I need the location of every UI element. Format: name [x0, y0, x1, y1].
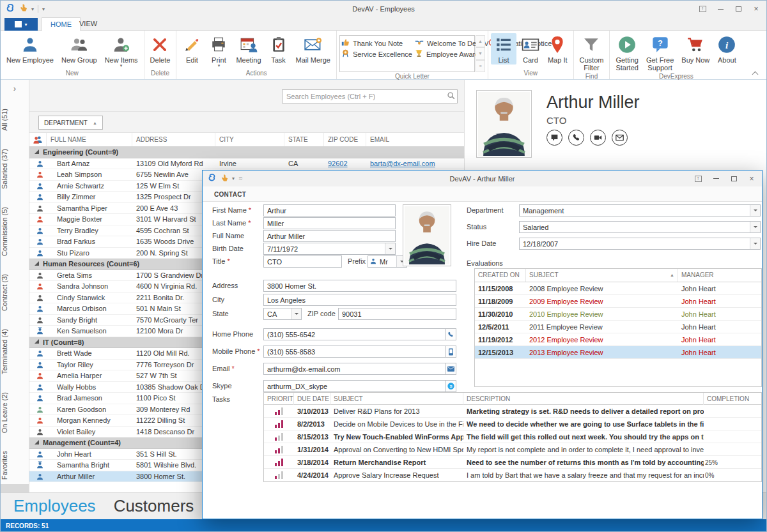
call-icon[interactable] [568, 130, 584, 146]
task-row[interactable]: 8/15/2013Try New Touch-Enabled WinForms … [264, 430, 761, 443]
new-items-button[interactable]: New Items ▾ [102, 33, 141, 68]
evaluation-row[interactable]: 11/30/20102010 Employee ReviewJohn Heart [475, 308, 761, 321]
module-customers[interactable]: Customers [114, 496, 194, 516]
email-icon[interactable] [612, 130, 628, 146]
search-icon[interactable] [444, 91, 457, 102]
chat-icon[interactable] [546, 130, 562, 146]
quick-access-customize-icon[interactable]: ▾ [42, 6, 45, 12]
gallery-down-button[interactable]: ▼ [476, 47, 485, 59]
row-icon-column-header[interactable] [29, 133, 47, 146]
email-input[interactable] [263, 363, 445, 375]
title-input[interactable] [263, 255, 342, 268]
task-col-priority[interactable]: PRIORITY [264, 393, 294, 405]
nav-grip[interactable] [1, 484, 29, 492]
zip-link[interactable]: 92602 [328, 160, 348, 167]
evaluation-row[interactable]: 11/18/20092009 Employee ReviewJohn Heart [475, 295, 761, 308]
close-button[interactable]: × [743, 172, 761, 186]
buy-now-button[interactable]: Buy Now [678, 33, 713, 65]
mobile-phone-icon[interactable] [445, 346, 456, 358]
tab-view[interactable]: VIEW [71, 17, 105, 31]
video-icon[interactable] [590, 130, 606, 146]
maximize-button[interactable] [729, 2, 747, 16]
prefix-combo[interactable]: Mr [368, 255, 407, 268]
quick-letter-item[interactable]: Service Excellence [341, 49, 415, 59]
print-button[interactable]: Print ▾ [206, 33, 231, 68]
task-col-subject[interactable]: SUBJECT [330, 393, 463, 405]
column-header-full-name[interactable]: FULL NAME [47, 133, 132, 146]
mobile-phone-input[interactable] [263, 346, 445, 358]
module-employees[interactable]: Employees [13, 496, 96, 516]
quick-access-customize-icon[interactable]: ≂ [238, 176, 243, 181]
task-row[interactable]: 3/10/2013Deliver R&D Plans for 2013Marke… [264, 405, 761, 418]
department-combo[interactable]: Management [519, 204, 761, 217]
collapse-ribbon-icon[interactable] [752, 70, 759, 77]
quick-letter-item[interactable]: Thank You Note [341, 38, 415, 49]
ribbon-options-button[interactable]: ↑ [693, 2, 711, 16]
address-input[interactable] [263, 280, 456, 292]
skype-icon[interactable]: S [445, 380, 456, 392]
touch-mode-icon[interactable] [221, 173, 228, 185]
chevron-down-icon[interactable] [750, 238, 760, 249]
ribbon-options-button[interactable]: ↑ [689, 172, 707, 186]
mail-merge-button[interactable]: Mail Merge [293, 33, 334, 65]
task-row[interactable]: 8/2/2013Decide on Mobile Devices to Use … [264, 418, 761, 430]
chevron-down-icon[interactable]: ▾ [31, 6, 34, 12]
nav-tab-salaried-37[interactable]: Salaried (37) [1, 140, 29, 198]
evaluation-row[interactable]: 11/15/20082008 Employee ReviewJohn Heart [475, 282, 761, 295]
search-input[interactable] [283, 93, 444, 100]
about-button[interactable]: i About [714, 33, 740, 65]
chevron-down-icon[interactable] [750, 205, 760, 216]
meeting-button[interactable]: Meeting [233, 33, 264, 65]
skype-input[interactable] [263, 380, 445, 392]
task-col-due-date[interactable]: DUE DATE [294, 393, 330, 405]
state-combo[interactable]: CA [263, 308, 302, 320]
column-header-city[interactable]: CITY [215, 133, 284, 146]
chevron-down-icon[interactable]: ▾ [232, 176, 235, 181]
group-row[interactable]: Engineering (Count=9) [29, 147, 464, 158]
minimize-button[interactable] [707, 172, 725, 186]
dialog-titlebar[interactable]: ▾ ≂ DevAV - Arthur Miller ↑ × [203, 171, 762, 186]
nav-tab-on-leave-2[interactable]: On Leave (2) [1, 383, 29, 442]
nav-expand-icon[interactable]: › [1, 80, 29, 100]
task-row[interactable]: 3/18/2014Return Merchandise ReportNeed t… [264, 456, 761, 469]
new-employee-button[interactable]: New Employee [3, 33, 57, 65]
nav-tab-terminated-4[interactable]: Terminated (4) [1, 320, 29, 383]
new-group-button[interactable]: New Group [58, 33, 100, 65]
zip-input[interactable] [338, 308, 456, 320]
touch-mode-icon[interactable] [19, 3, 27, 15]
eval-col-manager[interactable]: MANAGER [678, 269, 761, 282]
evaluation-row[interactable]: 11/19/20122012 Employee ReviewJohn Heart [475, 333, 761, 346]
gallery-dropdown-button[interactable]: ≡ [476, 60, 485, 72]
nav-tab-favorites[interactable]: Favorites [1, 442, 29, 489]
phone-icon[interactable] [445, 328, 456, 340]
column-header-address[interactable]: ADDRESS [132, 133, 215, 146]
close-button[interactable]: × [747, 2, 765, 16]
app-titlebar[interactable]: ▾ ▾ DevAV - Employees ↑ × [1, 1, 766, 17]
minimize-button[interactable] [711, 2, 729, 16]
task-button[interactable]: Task [266, 33, 291, 65]
chevron-down-icon[interactable] [750, 222, 760, 232]
quick-letter-item[interactable]: Employee Award [415, 49, 472, 59]
delete-button[interactable]: Delete [147, 33, 174, 65]
group-by-department-button[interactable]: DEPARTMENT ▲ [38, 116, 103, 130]
gallery-up-button[interactable]: ▲ [476, 35, 485, 47]
nav-tab-commission-5[interactable]: Commission (5) [1, 198, 29, 265]
eval-col-subject[interactable]: SUBJECT▲ [526, 269, 678, 282]
get-free-support-button[interactable]: ? Get Free Support [643, 33, 677, 72]
nav-tab-all-51[interactable]: All (51) [1, 100, 29, 140]
edit-button[interactable]: Edit [179, 33, 205, 65]
envelope-icon[interactable] [445, 363, 456, 375]
status-combo[interactable]: Salaried [519, 221, 761, 233]
hire-date-combo[interactable]: 12/18/2007 [519, 238, 761, 250]
maximize-button[interactable] [725, 172, 743, 186]
evaluation-row[interactable]: 12/5/20112011 Employee ReviewJohn Heart [475, 321, 761, 333]
task-col-completion[interactable]: COMPLETION [704, 393, 761, 405]
chevron-down-icon[interactable] [291, 308, 301, 319]
column-header-zip[interactable]: ZIP CODE [324, 133, 366, 146]
custom-filter-button[interactable]: Custom Filter [577, 33, 607, 72]
card-view-button[interactable]: Card [518, 33, 543, 65]
list-view-button[interactable]: List [491, 33, 516, 65]
eval-col-created-on[interactable]: CREATED ON [475, 269, 526, 282]
city-input[interactable] [263, 294, 456, 306]
application-menu-button[interactable]: ▾ [4, 18, 38, 31]
